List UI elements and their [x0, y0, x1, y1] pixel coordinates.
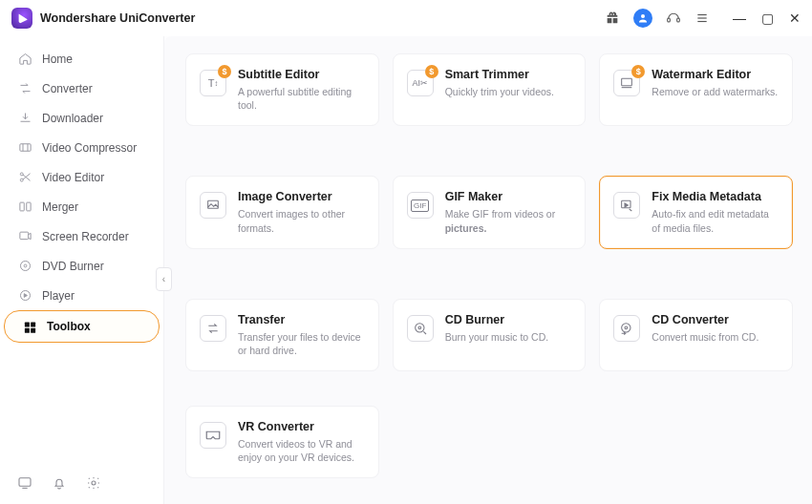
tool-card-smart-trimmer[interactable]: AI✂ $ Smart Trimmer Quickly trim your vi…	[393, 53, 587, 126]
svg-point-26	[622, 323, 630, 331]
sidebar-item-video-editor[interactable]: Video Editor	[0, 162, 163, 192]
tool-title: GIF Maker	[445, 190, 572, 203]
window-maximize[interactable]: ▢	[761, 10, 774, 26]
tool-title: CD Burner	[445, 313, 549, 326]
sidebar-item-screen-recorder[interactable]: Screen Recorder	[0, 221, 163, 251]
sidebar-item-label: Screen Recorder	[42, 230, 129, 243]
svg-rect-16	[31, 322, 35, 326]
sidebar-item-label: Player	[42, 289, 75, 303]
compress-icon	[17, 140, 32, 156]
svg-rect-21	[622, 78, 632, 85]
settings-icon[interactable]	[86, 475, 101, 491]
cd-convert-icon	[613, 315, 640, 342]
svg-point-20	[92, 481, 96, 485]
image-icon	[200, 192, 226, 219]
sidebar-item-label: Video Compressor	[42, 141, 137, 155]
sidebar-item-video-compressor[interactable]: Video Compressor	[0, 133, 163, 162]
app-logo	[11, 8, 32, 29]
tool-card-cd-converter[interactable]: CD Converter Convert music from CD.	[599, 299, 793, 371]
tool-card-watermark-editor[interactable]: $ Watermark Editor Remove or add waterma…	[599, 53, 793, 126]
trimmer-icon: AI✂ $	[407, 70, 434, 96]
svg-rect-9	[19, 202, 23, 211]
gif-icon: GIF	[407, 192, 434, 219]
tool-desc: Convert images to other formats.	[238, 207, 365, 234]
converter-icon	[17, 81, 32, 96]
notification-icon[interactable]	[52, 475, 67, 491]
tool-card-cd-burner[interactable]: CD Burner Burn your music to CD.	[393, 299, 587, 371]
svg-point-27	[625, 326, 628, 329]
svg-rect-18	[31, 327, 35, 332]
subtitle-icon: T↕ $	[200, 70, 226, 96]
gift-icon[interactable]	[605, 10, 620, 26]
sidebar-item-home[interactable]: Home	[0, 44, 163, 74]
home-icon	[17, 52, 32, 67]
svg-point-24	[415, 323, 423, 331]
tool-desc: Make GIF from videos or pictures.	[445, 207, 572, 234]
metadata-icon	[613, 192, 640, 219]
sidebar: Home Converter Downloader Video Compress…	[0, 36, 164, 504]
svg-rect-15	[24, 322, 29, 326]
tool-title: Subtitle Editor	[238, 68, 365, 81]
record-icon	[17, 229, 32, 244]
tool-desc: Quickly trim your videos.	[445, 85, 554, 98]
svg-rect-11	[19, 232, 28, 240]
tool-title: CD Converter	[652, 313, 759, 326]
sidebar-item-converter[interactable]: Converter	[0, 74, 163, 103]
sidebar-item-label: Downloader	[42, 112, 103, 125]
tool-desc: Transfer your files to device or hard dr…	[238, 330, 365, 357]
toolbox-icon	[22, 319, 37, 334]
sidebar-item-merger[interactable]: Merger	[0, 192, 163, 221]
svg-point-0	[641, 14, 645, 18]
tool-card-transfer[interactable]: Transfer Transfer your files to device o…	[185, 299, 379, 371]
sidebar-collapse-handle[interactable]: ‹	[156, 267, 172, 291]
svg-rect-17	[24, 327, 29, 332]
tool-desc: Remove or add watermarks.	[652, 85, 778, 98]
window-minimize[interactable]: —	[733, 10, 746, 26]
account-avatar[interactable]	[633, 9, 652, 28]
sidebar-item-label: Converter	[42, 82, 93, 95]
feedback-icon[interactable]	[17, 475, 32, 491]
tool-desc: A powerful subtitle editing tool.	[238, 85, 365, 112]
tool-desc: Auto-fix and edit metadata of media file…	[652, 207, 779, 234]
merge-icon	[17, 200, 32, 215]
svg-point-12	[20, 262, 30, 271]
play-icon	[17, 288, 32, 304]
download-icon	[17, 111, 32, 126]
watermark-icon: $	[613, 70, 640, 96]
menu-icon[interactable]	[694, 10, 710, 26]
tool-card-gif-maker[interactable]: GIF GIF Maker Make GIF from videos or pi…	[393, 176, 587, 248]
window-close[interactable]: ✕	[789, 10, 801, 26]
sidebar-item-label: Merger	[42, 200, 78, 214]
sidebar-item-label: Toolbox	[47, 320, 91, 333]
sidebar-item-label: DVD Burner	[42, 260, 104, 273]
tool-title: Image Converter	[238, 190, 365, 203]
tool-title: Fix Media Metadata	[652, 190, 779, 203]
tool-title: Smart Trimmer	[445, 68, 554, 81]
tool-card-image-converter[interactable]: Image Converter Convert images to other …	[185, 176, 379, 248]
svg-rect-19	[19, 478, 31, 487]
premium-badge: $	[631, 65, 645, 78]
content-area: T↕ $ Subtitle Editor A powerful subtitle…	[164, 36, 812, 504]
tool-title: Transfer	[238, 313, 365, 326]
svg-rect-6	[19, 144, 30, 152]
tool-card-fix-media-metadata[interactable]: Fix Media Metadata Auto-fix and edit met…	[599, 176, 793, 248]
cd-burn-icon	[407, 315, 434, 342]
sidebar-item-toolbox[interactable]: Toolbox	[4, 310, 160, 343]
tool-desc: Burn your music to CD.	[445, 330, 549, 344]
tool-title: VR Converter	[238, 420, 365, 433]
sidebar-item-dvd-burner[interactable]: DVD Burner	[0, 251, 163, 281]
tool-desc: Convert music from CD.	[652, 330, 759, 344]
sidebar-item-player[interactable]: Player	[0, 281, 163, 310]
tool-desc: Convert videos to VR and enjoy on your V…	[238, 437, 365, 464]
title-bar: Wondershare UniConverter — ▢ ✕	[0, 0, 812, 36]
svg-point-13	[24, 264, 27, 267]
support-icon[interactable]	[666, 10, 681, 26]
scissors-icon	[17, 170, 32, 185]
sidebar-item-label: Video Editor	[42, 171, 104, 184]
disc-icon	[17, 259, 32, 274]
sidebar-item-label: Home	[42, 52, 73, 66]
svg-rect-22	[208, 201, 219, 209]
sidebar-item-downloader[interactable]: Downloader	[0, 103, 163, 133]
tool-card-subtitle-editor[interactable]: T↕ $ Subtitle Editor A powerful subtitle…	[185, 53, 379, 126]
tool-card-vr-converter[interactable]: VR Converter Convert videos to VR and en…	[185, 406, 379, 478]
